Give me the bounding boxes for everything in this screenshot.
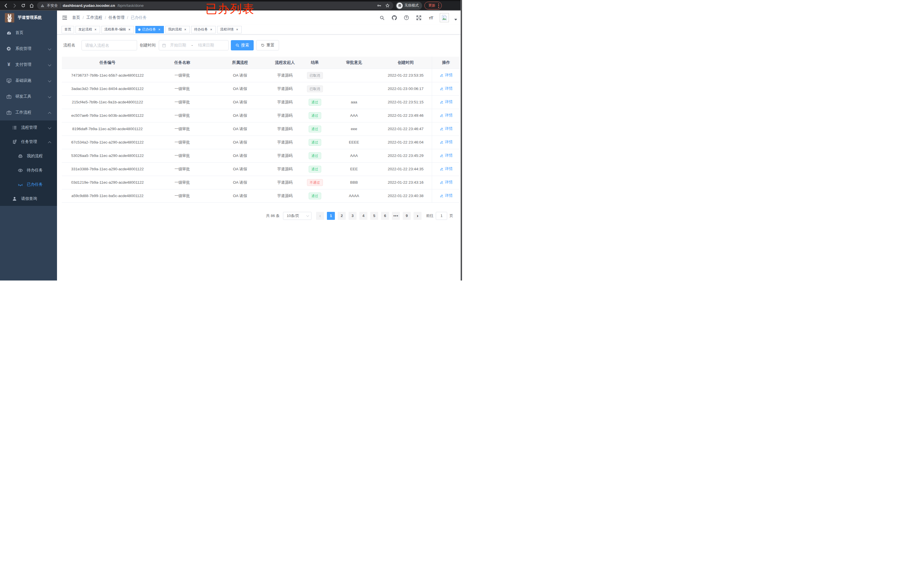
browser-menu-icon[interactable] [438,3,439,8]
sidebar-item-label: 我的流程 [27,154,43,159]
detail-button[interactable]: 详情 [440,166,453,171]
sidebar-item[interactable]: 请假查询 [0,191,57,206]
help-icon[interactable] [403,14,410,21]
tab[interactable]: 已办任务 × [135,26,164,33]
result-cell: 已取消 [301,82,328,96]
sidebar-item[interactable]: 首页 [0,25,57,41]
tab-label: 待办任务 [194,27,208,32]
detail-button[interactable]: 详情 [440,86,453,91]
tab[interactable]: 首页 × [62,26,74,33]
sidebar-item[interactable]: 系统管理 [0,41,57,57]
result-cell: 已取消 [301,69,328,82]
edit-icon [440,127,444,131]
tab[interactable]: 发起流程 × [75,26,100,33]
column-header: 任务名称 [153,57,212,69]
chevron-icon [48,126,51,129]
sidebar-item[interactable]: 基础设施 [0,73,57,88]
sidebar-item[interactable]: 研发工具 [0,88,57,105]
detail-button[interactable]: 详情 [440,153,453,158]
date-range-picker[interactable]: 开始日期 - 结束日期 [159,40,229,51]
search-button[interactable]: 搜索 [231,40,254,51]
goto-page-input[interactable] [436,212,447,220]
fontsize-icon[interactable]: тT [428,14,434,21]
breadcrumb-item[interactable]: 任务管理 [109,15,124,20]
sidebar-item[interactable]: 我的流程 [0,149,57,163]
detail-button[interactable]: 详情 [440,126,453,131]
page-button[interactable]: › [414,212,422,220]
detail-button[interactable]: 详情 [440,113,453,118]
avatar[interactable] [440,13,449,22]
tab-close-icon[interactable]: × [158,28,161,31]
create-time-cell: 2022-01-22 23:43:16 [380,176,432,189]
detail-button[interactable]: 详情 [440,180,453,185]
result-cell: 通过 [301,136,328,149]
reset-button[interactable]: 重置 [256,40,279,51]
page-button[interactable]: 1 [327,212,335,220]
process-name-input[interactable] [81,40,137,51]
url-bar[interactable]: 不安全 dashboard.yudao.iocoder.cn/bpm/task/… [37,2,393,9]
tab[interactable]: 流程表单-编辑 × [102,26,134,33]
start-date-placeholder[interactable]: 开始日期 [168,43,188,48]
breadcrumb-item[interactable]: 首页 [72,15,80,20]
sidebar-item[interactable]: 流程管理 [0,120,57,135]
detail-button[interactable]: 详情 [440,139,453,145]
dashboard-icon [6,30,12,36]
comment-cell: eee [328,122,380,136]
page-button[interactable]: 6 [381,212,389,220]
github-icon[interactable] [391,14,398,21]
tab-close-icon[interactable]: × [210,28,213,31]
page-button[interactable]: 3 [349,212,357,220]
task-name-cell: 一级审批 [153,189,212,202]
task-name-cell: 一级审批 [153,162,212,176]
tab[interactable]: 流程详情 × [217,26,242,33]
detail-button[interactable]: 详情 [440,193,453,198]
table-row: 67c534a2-7b9a-11ec-a290-acde48001122 一级审… [62,136,460,149]
sidebar-item[interactable]: 工作流程 [0,105,57,120]
page-button[interactable]: 4 [359,212,368,220]
forward-icon[interactable] [11,3,18,9]
detail-button[interactable]: 详情 [440,73,453,78]
page-button[interactable]: ••• [392,212,400,220]
tab[interactable]: 待办任务 × [191,26,216,33]
search-icon[interactable] [378,14,386,21]
tab[interactable]: 我的流程 × [165,26,190,33]
comment-cell [328,69,380,82]
page-button[interactable]: 5 [370,212,378,220]
page-button[interactable]: 9 [403,212,411,220]
result-cell: 通过 [301,109,328,122]
page-button[interactable]: ‹ [316,212,324,220]
result-cell: 通过 [301,122,328,136]
tab-close-icon[interactable]: × [94,28,97,31]
sidebar-item-label: 待办任务 [27,168,43,173]
chevron-icon [48,141,51,144]
fullscreen-icon[interactable] [415,14,422,21]
sidebar-item[interactable]: 待办任务 [0,163,57,177]
tab-close-icon[interactable]: × [236,28,239,31]
sidebar-item[interactable]: ¥ 支付管理 [0,57,57,73]
star-icon[interactable] [385,3,390,8]
sidebar-item[interactable]: 任务管理 [0,135,57,149]
home-icon[interactable] [28,3,35,9]
tab-close-icon[interactable]: × [183,28,187,31]
key-icon[interactable] [377,3,382,8]
table-body: 74736737-7b9b-11ec-b5b7-acde48001122 一级审… [62,69,460,202]
actions-cell: 详情 [432,149,460,162]
update-button[interactable]: 更新 [424,2,442,9]
end-date-placeholder[interactable]: 结束日期 [196,43,216,48]
reload-icon[interactable] [20,3,26,9]
result-badge: 通过 [309,166,321,172]
sidebar-item[interactable]: 已办任务 [0,177,57,191]
hamburger-icon[interactable] [62,15,68,21]
task-id-cell: 331e3388-7b9a-11ec-a290-acde48001122 [62,162,153,176]
detail-button[interactable]: 详情 [440,99,453,105]
back-icon[interactable] [3,3,9,9]
tab-close-icon[interactable]: × [128,28,131,31]
page-size-select[interactable]: 10条/页 [283,212,312,220]
page-content: 流程名 创建时间 开始日期 - 结束日期 搜索 重置 [57,34,462,280]
breadcrumb-item[interactable]: 工作流程 [86,15,102,20]
page-button[interactable]: 2 [338,212,346,220]
caret-down-icon[interactable] [454,19,457,21]
task-name-cell: 一级审批 [153,122,212,136]
sidebar-logo-row[interactable]: 芋道管理系统 [0,10,57,25]
process-name-label: 流程名 [63,43,75,48]
